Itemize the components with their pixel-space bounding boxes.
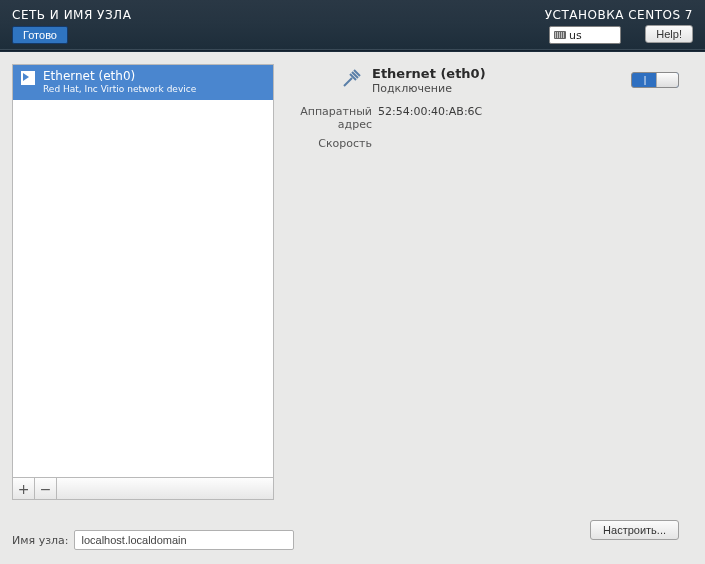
device-list-toolbar: + − <box>12 478 274 500</box>
network-device-list[interactable]: Ethernet (eth0) Red Hat, Inc Virtio netw… <box>12 64 274 478</box>
install-title: УСТАНОВКА CENTOS 7 <box>545 8 693 22</box>
keyboard-layout-label: us <box>569 29 582 42</box>
detail-title: Ethernet (eth0) <box>372 66 486 81</box>
ethernet-icon <box>21 71 35 85</box>
page-title: СЕТЬ И ИМЯ УЗЛА <box>12 8 131 22</box>
installer-header: СЕТЬ И ИМЯ УЗЛА УСТАНОВКА CENTOS 7 Готов… <box>0 0 705 50</box>
network-device-item[interactable]: Ethernet (eth0) Red Hat, Inc Virtio netw… <box>13 65 273 100</box>
keyboard-icon <box>554 31 566 39</box>
detail-status: Подключение <box>372 82 486 95</box>
toggle-knob <box>656 73 678 87</box>
hw-address-row: Аппаратный адрес 52:54:00:40:AB:6C <box>286 105 689 131</box>
device-vendor: Red Hat, Inc Virtio network device <box>43 84 196 95</box>
keyboard-layout-indicator[interactable]: us <box>549 26 621 44</box>
toggle-on-label: | <box>632 75 656 85</box>
speed-row: Скорость <box>286 137 689 150</box>
speed-label: Скорость <box>286 137 372 150</box>
configure-button[interactable]: Настроить... <box>590 520 679 540</box>
hostname-input[interactable] <box>74 530 294 550</box>
remove-device-button[interactable]: − <box>35 478 57 499</box>
done-button[interactable]: Готово <box>12 26 68 44</box>
connection-toggle[interactable]: | <box>631 72 679 88</box>
hw-address-label: Аппаратный адрес <box>286 105 372 131</box>
ethernet-plug-icon <box>340 66 364 90</box>
add-device-button[interactable]: + <box>13 478 35 499</box>
hw-address-value: 52:54:00:40:AB:6C <box>378 105 482 131</box>
help-button[interactable]: Help! <box>645 25 693 43</box>
hostname-label: Имя узла: <box>12 534 68 547</box>
device-name: Ethernet (eth0) <box>43 69 196 83</box>
